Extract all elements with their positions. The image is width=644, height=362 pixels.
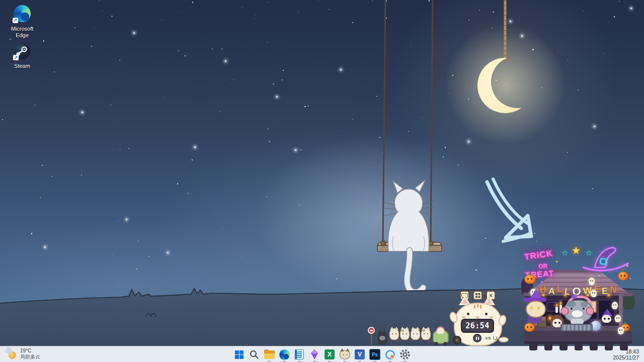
chat-app-button[interactable] (384, 348, 396, 360)
cat-tail (499, 337, 509, 342)
halloween-banner-letter: N (609, 284, 616, 298)
weather-icon (5, 348, 17, 360)
ghost (618, 327, 624, 334)
gem-app-button[interactable] (308, 348, 320, 360)
rope-knot-left (381, 241, 386, 246)
taskbar-center: X V Ps (233, 348, 411, 360)
start-button[interactable] (233, 348, 245, 360)
tiny-flag: ⚑ (452, 307, 456, 312)
settings-button[interactable] (399, 348, 411, 360)
desktop-icon-steam[interactable]: ↗ Steam (3, 43, 41, 69)
wheel (434, 342, 438, 346)
desktop-icon-edge[interactable]: ↗ Microsoft Edge (3, 5, 41, 39)
halloween-banner-letter: A (548, 286, 555, 299)
halloween-banner-letter: L (556, 284, 563, 298)
ghost (612, 302, 618, 309)
desktop: ↗ Microsoft Edge ↗ Steam (0, 0, 644, 362)
weather-temp: 19°C (20, 348, 40, 354)
widget-base (524, 331, 632, 344)
pumpkin (524, 275, 536, 284)
desktop-icon-label: Microsoft Edge (6, 26, 38, 39)
desktop-icon-label: Steam (6, 63, 38, 69)
stop-sign (368, 327, 375, 334)
timer-counter: 1/3 (485, 336, 491, 340)
bench-leg (390, 341, 392, 345)
halloween-widget[interactable]: HALLOWEEN TRiCK OR TREAT ☆ ★ ☆ (522, 244, 635, 354)
timer-apps-button[interactable] (473, 291, 482, 300)
weather-condition: 局部多云 (20, 354, 40, 360)
timer-pause-button[interactable] (473, 334, 481, 342)
candle (555, 307, 558, 313)
cat-timer-widget[interactable]: × ω ⚑ 26:54 1/3 (452, 290, 505, 349)
keyboard (560, 324, 593, 331)
bench-cat (421, 328, 431, 340)
search-button[interactable] (248, 348, 260, 360)
photoshop-button[interactable]: Ps (369, 348, 381, 360)
halloween-banner-letter: E (601, 286, 608, 300)
shortcut-arrow-badge: ↗ (13, 18, 18, 23)
witch-cat-eye (530, 307, 533, 309)
edge-button[interactable] (278, 348, 290, 360)
vehicle-cat-headphones (436, 326, 445, 331)
file-explorer-button[interactable] (263, 348, 275, 360)
witch-cat (526, 301, 546, 318)
pumpkin (618, 272, 628, 281)
bench-cat (400, 328, 410, 340)
timer-display: 26:54 (461, 319, 494, 333)
excel-button[interactable]: X (324, 348, 336, 360)
neon-star: ★ (572, 244, 581, 256)
witch-cat-eye (537, 307, 540, 309)
desktop-pets-widget[interactable] (365, 326, 450, 346)
notebook-app-button[interactable] (293, 348, 305, 360)
crescent-moon (477, 58, 533, 113)
ghost (589, 278, 595, 285)
cat-on-swing (382, 180, 435, 292)
shortcut-arrow-badge: ↗ (13, 55, 19, 60)
swing-rope-left (383, 0, 385, 243)
neon-sign-or: OR (538, 263, 547, 270)
ghost (591, 290, 597, 297)
swing-rope-right (431, 0, 433, 243)
cat-pet-app-button[interactable] (339, 348, 351, 360)
taskbar-weather[interactable]: 19°C局部多云 (5, 348, 40, 360)
bench-cat (411, 328, 420, 340)
neon-sign-trick: TRiCK (524, 248, 553, 262)
bench-cat (389, 328, 399, 340)
clock-date: 2025/11/27 (613, 354, 639, 360)
neon-star: ☆ (561, 248, 568, 257)
bench-leg (428, 341, 430, 345)
wheel (443, 342, 447, 346)
pumpkin (524, 323, 535, 332)
neon-witch-hat (582, 245, 630, 273)
black-cat (377, 332, 387, 345)
timer-loop-icon[interactable] (493, 336, 497, 340)
ghost (615, 315, 621, 322)
skull (602, 315, 611, 323)
timer-knob[interactable] (453, 336, 461, 344)
hand-drawn-arrow (487, 179, 531, 241)
house-post (619, 294, 623, 328)
visio-button[interactable]: V (354, 348, 366, 360)
